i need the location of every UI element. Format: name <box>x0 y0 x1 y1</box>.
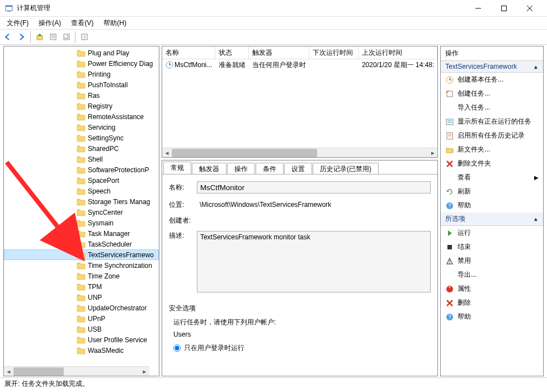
action-label: 刷新 <box>458 187 471 196</box>
action-item[interactable]: 查看▶ <box>441 171 543 185</box>
app-icon <box>4 4 13 13</box>
forward-button[interactable] <box>16 31 28 43</box>
maximize-button[interactable] <box>491 0 517 17</box>
menu-view[interactable]: 查看(V) <box>67 17 98 29</box>
tree-item[interactable]: Storage Tiers Manag <box>4 196 159 207</box>
properties-button[interactable] <box>47 31 59 43</box>
task-row[interactable]: MsCtfMoni...准备就绪当任何用户登录时2020/1/20 星期一 14… <box>162 59 437 70</box>
action-item[interactable]: 显示所有正在运行的任务 <box>441 115 543 129</box>
action-item[interactable]: 结束 <box>441 240 543 254</box>
name-label: 名称: <box>169 183 197 192</box>
menu-file[interactable]: 文件(F) <box>2 17 33 29</box>
tree-item-label: PushToInstall <box>88 81 128 89</box>
tree-item[interactable]: TaskScheduler <box>4 239 159 249</box>
tree-item-label: RemoteAssistance <box>88 113 144 121</box>
tree-item[interactable]: Power Efficiency Diag <box>4 58 159 69</box>
tree-item[interactable]: Plug and Play <box>4 48 159 58</box>
actions-group2-header[interactable]: 所选项 ▲ <box>441 212 543 226</box>
up-button[interactable] <box>34 31 46 43</box>
tree-hscroll[interactable]: ◄ ► <box>4 366 149 376</box>
tree-item[interactable]: Time Zone <box>4 271 159 281</box>
tab-general[interactable]: 常规 <box>163 162 191 174</box>
tree-item[interactable]: TextServicesFramewo <box>4 249 159 260</box>
radio-logged-on[interactable]: 只在用户登录时运行 <box>169 342 431 355</box>
run-icon <box>445 229 454 238</box>
actions-group1-header[interactable]: TextServicesFramework ▲ <box>441 61 543 73</box>
action-label: 导入任务... <box>458 103 490 112</box>
svg-rect-22 <box>446 119 453 125</box>
newtask-icon <box>445 89 454 98</box>
tree-item[interactable]: TPM <box>4 281 159 292</box>
tree-item[interactable]: User Profile Service <box>4 334 159 345</box>
col-last-run[interactable]: 上次运行时间 <box>359 46 437 59</box>
tree-item[interactable]: Registry <box>4 101 159 111</box>
action-item[interactable]: 创建基本任务... <box>441 73 543 87</box>
tree-item[interactable]: Servicing <box>4 122 159 133</box>
svg-text:?: ? <box>449 314 452 320</box>
tree-item[interactable]: Speech <box>4 186 159 196</box>
tree-item[interactable]: SpacePort <box>4 175 159 186</box>
back-button[interactable] <box>2 31 15 43</box>
radio-logged-on-input[interactable] <box>173 344 181 352</box>
tasklist-hscroll[interactable]: ◄ ► <box>162 148 437 157</box>
action-label: 运行 <box>458 228 471 238</box>
tab-conditions[interactable]: 条件 <box>256 163 284 174</box>
minimize-button[interactable] <box>465 0 491 17</box>
tree-item-label: TextServicesFramewo <box>88 251 154 259</box>
tree-item[interactable]: UpdateOrchestrator <box>4 303 159 313</box>
description-field[interactable] <box>197 231 431 292</box>
action-item[interactable]: 刷新 <box>441 185 543 199</box>
help-button[interactable]: ? <box>78 31 91 43</box>
tree-item[interactable]: Time Synchronization <box>4 260 159 271</box>
action-item[interactable]: 导入任务... <box>441 101 543 115</box>
action-item[interactable]: 属性 <box>441 282 543 296</box>
menu-help[interactable]: 帮助(H) <box>99 17 131 29</box>
tree-item[interactable]: Task Manager <box>4 228 159 239</box>
col-status[interactable]: 状态 <box>215 46 249 59</box>
tree-item[interactable]: USB <box>4 324 159 334</box>
tab-history[interactable]: 历史记录(已禁用) <box>313 163 379 174</box>
action-item[interactable]: ?帮助 <box>441 199 543 212</box>
tab-actions[interactable]: 操作 <box>227 163 255 174</box>
svg-rect-3 <box>7 11 11 12</box>
col-next-run[interactable]: 下次运行时间 <box>309 46 359 59</box>
task-detail: 常规 触发器 操作 条件 设置 历史记录(已禁用) 名称: 位置: \Micro… <box>162 160 438 376</box>
action-item[interactable]: 创建任务... <box>441 87 543 101</box>
action-item[interactable]: 禁用 <box>441 254 543 268</box>
name-field[interactable] <box>197 181 431 193</box>
tree-item-label: USB <box>88 325 102 333</box>
action-item[interactable]: ?帮助 <box>441 310 543 324</box>
tab-triggers[interactable]: 触发器 <box>192 163 227 174</box>
disable-icon <box>445 257 454 266</box>
action-item[interactable]: 删除文件夹 <box>441 157 543 171</box>
tree-item[interactable]: SettingSync <box>4 133 159 143</box>
tree-item[interactable]: PushToInstall <box>4 79 159 90</box>
help-icon: ? <box>445 201 454 210</box>
action-item[interactable]: 启用所有任务历史记录 <box>441 129 543 143</box>
tree-item[interactable]: SoftwareProtectionP <box>4 164 159 175</box>
tree-item[interactable]: Sysmain <box>4 218 159 228</box>
tree-item[interactable]: SharedPC <box>4 143 159 154</box>
tree-item-label: WaaSMedic <box>88 347 124 355</box>
tree-item[interactable]: UPnP <box>4 313 159 324</box>
tree-item[interactable]: UNP <box>4 292 159 303</box>
tree-item[interactable]: Printing <box>4 69 159 79</box>
tree-item[interactable]: Ras <box>4 90 159 101</box>
action-item[interactable]: 运行 <box>441 226 543 240</box>
col-name[interactable]: 名称 <box>162 46 215 59</box>
refresh-button[interactable] <box>60 31 73 43</box>
col-triggers[interactable]: 触发器 <box>249 46 309 59</box>
menu-action[interactable]: 操作(A) <box>34 17 65 29</box>
tab-settings[interactable]: 设置 <box>284 163 312 174</box>
close-button[interactable] <box>517 0 543 17</box>
action-item[interactable]: 删除 <box>441 296 543 310</box>
actions-pane: 操作 TextServicesFramework ▲ 创建基本任务...创建任务… <box>440 46 544 376</box>
blank-icon <box>445 173 454 182</box>
tree-item[interactable]: WaaSMedic <box>4 345 159 356</box>
action-item[interactable]: 导出... <box>441 268 543 282</box>
tree-item[interactable]: SyncCenter <box>4 207 159 218</box>
action-item[interactable]: 新文件夹... <box>441 143 543 157</box>
tree-item[interactable]: Shell <box>4 154 159 164</box>
tree-item-label: Power Efficiency Diag <box>88 60 153 68</box>
tree-item[interactable]: RemoteAssistance <box>4 111 159 122</box>
